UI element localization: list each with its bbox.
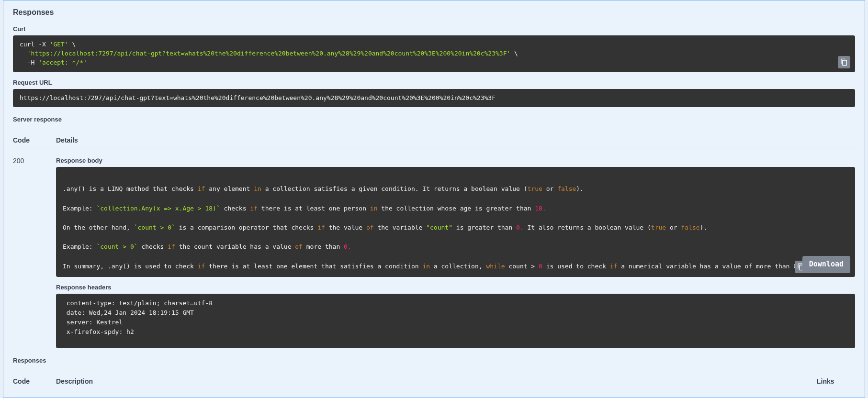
curl-header-flag: -H <box>27 59 38 66</box>
rb-text: a collection, <box>430 263 486 270</box>
rb-kw: true <box>651 224 666 231</box>
rb-text: the collection whose age is greater than <box>377 205 535 212</box>
rb-num: 0. <box>516 224 524 231</box>
rb-kw: in <box>254 185 261 192</box>
col-code-header: Code <box>13 136 56 144</box>
rb-kw: if <box>168 243 175 250</box>
rb-num: 0. <box>344 243 351 250</box>
rb-inline-code: `count > 0` <box>134 224 175 231</box>
response-body-block: .any() is a LINQ method that checks if a… <box>56 167 855 276</box>
rb-text: there is at least one element that satis… <box>205 263 422 270</box>
rb-kw: in <box>422 263 430 270</box>
rb-text: checks <box>220 205 250 212</box>
responses-title: Responses <box>13 8 855 17</box>
responses-panel: Responses Curl curl -X 'GET' \ 'https://… <box>3 0 865 398</box>
rb-text: Example: <box>63 205 96 212</box>
col-code-header: Code <box>13 377 56 385</box>
rb-inline-code: `collection.Any(x => x.Age > 18)` <box>96 205 220 212</box>
curl-method: 'GET' <box>50 41 68 48</box>
rb-text: is used to check <box>542 263 610 270</box>
rb-text: On the other hand, <box>63 224 134 231</box>
rb-text: a numerical variable has a value of more… <box>617 263 801 270</box>
rb-text: Example: <box>63 243 96 250</box>
rb-text: there is at least one person <box>258 205 370 212</box>
rb-text: any element <box>205 185 254 192</box>
rb-kw: true <box>528 185 542 192</box>
rb-inline-code: `count > 0` <box>96 243 137 250</box>
rb-kw: in <box>370 205 378 212</box>
response-row: 200 Response body .any() is a LINQ metho… <box>13 148 855 348</box>
rb-text: It also returns a boolean value ( <box>524 224 651 231</box>
server-response-header-row: Code Details <box>13 132 855 148</box>
rb-text: is a comparison operator that checks <box>175 224 317 231</box>
curl-header-val: 'accept: */*' <box>38 59 87 66</box>
curl-label: Curl <box>13 25 855 33</box>
responses-bottom-header-row: Code Description Links <box>13 373 855 389</box>
curl-prefix: curl -X <box>20 41 50 48</box>
rb-kw: if <box>198 185 205 192</box>
rb-kw: of <box>295 243 303 250</box>
rb-kw: false <box>681 224 699 231</box>
request-url-label: Request URL <box>13 79 855 86</box>
rb-text: the variable <box>374 224 427 231</box>
rb-strlit: "count" <box>426 224 452 231</box>
curl-slash: \ <box>510 50 518 57</box>
response-details: Response body .any() is a LINQ method th… <box>56 157 855 348</box>
rb-text: count > <box>505 263 539 270</box>
curl-code-block: curl -X 'GET' \ 'https://localhost:7297/… <box>13 35 855 72</box>
response-body-label: Response body <box>56 157 855 164</box>
rb-text: .any() is a LINQ method that checks <box>63 185 198 192</box>
request-url-value: https://localhost:7297/api/chat-gpt?text… <box>20 94 496 101</box>
rb-text: the count variable has a value <box>175 243 295 250</box>
status-code: 200 <box>13 157 56 165</box>
curl-url: 'https://localhost:7297/api/chat-gpt?tex… <box>27 50 511 57</box>
responses-bottom-label: Responses <box>13 357 855 364</box>
rb-text: or <box>542 185 557 192</box>
rb-kw: while <box>486 263 505 270</box>
col-description-header: Description <box>56 377 817 385</box>
copy-curl-button[interactable] <box>838 56 850 68</box>
rb-text: or <box>666 224 681 231</box>
server-response-label: Server response <box>13 116 855 123</box>
rb-text: ). <box>576 185 584 192</box>
rb-num: 0 <box>539 263 542 270</box>
rb-text: more than <box>303 243 344 250</box>
rb-text: In summary, .any() is used to check <box>63 263 198 270</box>
rb-kw: if <box>250 205 258 212</box>
rb-kw: false <box>557 185 576 192</box>
rb-text: is greater than <box>452 224 516 231</box>
col-details-header: Details <box>56 136 855 144</box>
clipboard-icon <box>840 58 848 66</box>
response-headers-label: Response headers <box>56 284 855 291</box>
rb-text: checks <box>138 243 168 250</box>
curl-slash: \ <box>68 41 76 48</box>
rb-kw: if <box>198 263 205 270</box>
response-headers-block: content-type: text/plain; charset=utf-8 … <box>56 294 855 349</box>
rb-kw: if <box>317 224 325 231</box>
download-button[interactable]: Download <box>802 256 850 273</box>
rb-text: the value <box>325 224 366 231</box>
rb-text: ). <box>700 224 708 231</box>
col-links-header: Links <box>817 377 855 385</box>
rb-kw: of <box>366 224 374 231</box>
request-url-block: https://localhost:7297/api/chat-gpt?text… <box>13 89 855 108</box>
rb-num: 18. <box>535 205 546 212</box>
rb-kw: if <box>610 263 618 270</box>
rb-text: a collection satisfies a given condition… <box>261 185 528 192</box>
